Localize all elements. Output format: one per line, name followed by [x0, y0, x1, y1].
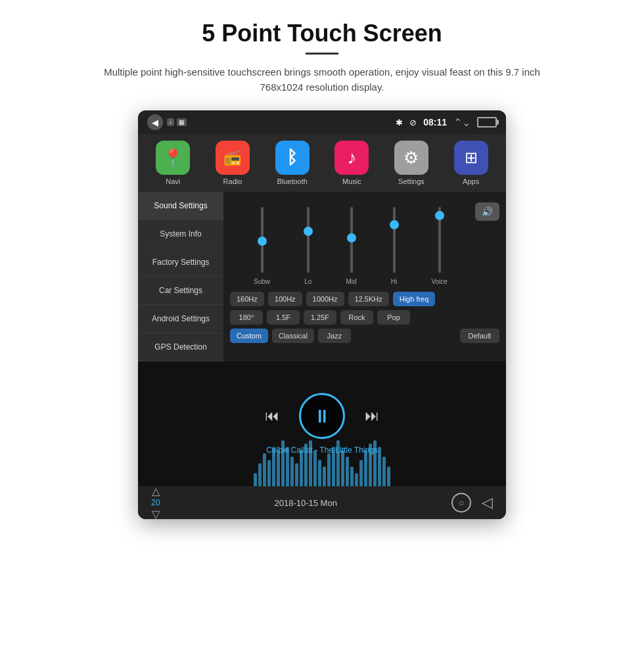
- visualizer-bar: [359, 460, 363, 486]
- sidebar-item-system-info[interactable]: System Info: [138, 220, 223, 248]
- app-launcher: 📍 Navi 📻 Radio ᛒ Bluetooth ♪ Music ⚙ Set…: [138, 134, 506, 192]
- sidebar-item-factory-settings[interactable]: Factory Settings: [138, 248, 223, 277]
- eq-slider-lo[interactable]: Lo: [304, 200, 311, 285]
- music-app-icon: ♪: [334, 141, 369, 175]
- nav-number: 20: [151, 498, 160, 507]
- visualizer-bar: [350, 467, 354, 486]
- music-label: Music: [342, 177, 361, 185]
- app-radio[interactable]: 📻 Radio: [216, 141, 250, 185]
- preset-btn-180[interactable]: 180°: [230, 310, 263, 325]
- bluetooth-icon: ᛒ: [275, 141, 310, 175]
- sidebar-item-car-settings[interactable]: Car Settings: [138, 277, 223, 305]
- sidebar-item-sound-settings[interactable]: Sound Settings: [138, 192, 223, 220]
- player-controls: ⏮ ⏸ ⏭: [265, 393, 379, 439]
- visualizer-bar: [387, 467, 390, 486]
- settings-label: Settings: [398, 177, 425, 185]
- nav-down-arrow[interactable]: ▽: [152, 508, 160, 519]
- preset-button-row2: Custom Classical Jazz Default: [230, 329, 499, 343]
- preset-btn-rock[interactable]: Rock: [340, 310, 373, 325]
- settings-app-icon: ⚙: [394, 141, 428, 175]
- page-subtitle: Multiple point high-sensitive touchscree…: [85, 65, 559, 95]
- visualizer-bar: [378, 447, 381, 486]
- bluetooth-status-icon: ✱: [396, 118, 403, 127]
- visualizer-bar: [277, 450, 280, 486]
- nav-up-arrow[interactable]: △: [152, 485, 160, 497]
- freq-btn-125khz[interactable]: 12.5KHz: [348, 292, 389, 306]
- main-content: Sound Settings System Info Factory Setti…: [138, 192, 506, 361]
- page-title: 5 Point Touch Screen: [202, 20, 442, 47]
- volume-button[interactable]: 🔊: [475, 202, 499, 221]
- preset-button-row1: 180° 1.5F 1.25F Rock Pop: [230, 310, 499, 325]
- freq-btn-160hz[interactable]: 160Hz: [230, 292, 264, 306]
- app-apps[interactable]: ⊞ Apps: [454, 141, 488, 185]
- bottom-nav: △ 20 ▽ 2018-10-15 Mon ○ ◁: [138, 486, 506, 519]
- status-icons: ♪ ▦: [167, 118, 187, 126]
- music-icon: ♪: [167, 118, 174, 126]
- status-left: ◀ ♪ ▦: [147, 114, 187, 130]
- freq-btn-1000hz[interactable]: 1000Hz: [306, 292, 344, 306]
- app-music[interactable]: ♪ Music: [334, 141, 369, 185]
- play-pause-button[interactable]: ⏸: [299, 393, 345, 439]
- preset-btn-jazz[interactable]: Jazz: [318, 329, 351, 343]
- signal-icon: ⊘: [409, 118, 417, 127]
- app-settings[interactable]: ⚙ Settings: [394, 141, 428, 185]
- eq-slider-mid[interactable]: Mid: [346, 200, 357, 285]
- back-button[interactable]: ◀: [147, 114, 163, 130]
- preset-btn-125f[interactable]: 1.25F: [304, 310, 336, 325]
- lo-label: Lo: [304, 278, 311, 285]
- radio-label: Radio: [223, 177, 242, 185]
- visualizer-bar: [346, 457, 349, 486]
- eq-slider-voice[interactable]: Voice: [431, 200, 447, 285]
- prev-button[interactable]: ⏮: [265, 407, 279, 424]
- expand-icon[interactable]: ⌃⌄: [453, 116, 471, 129]
- visualizer-bar: [263, 453, 266, 486]
- sidebar-item-gps-detection[interactable]: GPS Detection: [138, 333, 223, 361]
- status-time: 08:11: [423, 117, 447, 127]
- status-bar: ◀ ♪ ▦ ✱ ⊘ 08:11 ⌃⌄: [138, 110, 506, 134]
- song-title: Colbie Caillat - The Little Things: [266, 446, 378, 455]
- nav-right: ○ ◁: [451, 493, 493, 513]
- visualizer-bar: [323, 467, 326, 486]
- default-button[interactable]: Default: [460, 329, 499, 343]
- play-pause-icon: ⏸: [313, 405, 331, 427]
- navi-icon: 📍: [156, 141, 190, 175]
- title-divider: [306, 53, 338, 55]
- visualizer-bar: [382, 457, 386, 486]
- freq-btn-100hz[interactable]: 100Hz: [268, 292, 302, 306]
- preset-btn-custom[interactable]: Custom: [230, 329, 268, 343]
- visualizer-bar: [341, 450, 344, 486]
- home-circle-button[interactable]: ○: [451, 493, 471, 513]
- visualizer-bar: [313, 450, 317, 486]
- eq-slider-hi[interactable]: Hi: [391, 200, 397, 285]
- visualizer-bar: [318, 460, 321, 486]
- preset-btn-15f[interactable]: 1.5F: [267, 310, 300, 325]
- sidebar: Sound Settings System Info Factory Setti…: [138, 192, 223, 361]
- equalizer-panel: Subw Lo: [223, 192, 506, 361]
- app-bluetooth[interactable]: ᛒ Bluetooth: [275, 141, 310, 185]
- eq-slider-subw[interactable]: Subw: [254, 200, 270, 285]
- preset-btn-classical[interactable]: Classical: [272, 329, 314, 343]
- radio-icon: 📻: [216, 141, 250, 175]
- visualizer-bar: [290, 457, 294, 486]
- back-triangle-button[interactable]: ◁: [482, 494, 493, 511]
- freq-btn-highfreq[interactable]: High freq: [393, 292, 436, 306]
- sidebar-item-android-settings[interactable]: Android Settings: [138, 305, 223, 333]
- apps-icon: ⊞: [454, 141, 488, 175]
- visualizer-bar: [300, 450, 303, 486]
- hi-label: Hi: [391, 278, 397, 285]
- visualizer-bar: [267, 460, 271, 486]
- apps-label: Apps: [463, 177, 479, 185]
- preset-btn-pop[interactable]: Pop: [377, 310, 410, 325]
- visualizer-bar: [355, 473, 358, 486]
- visualizer-bar: [295, 463, 298, 486]
- notification-icon: ▦: [177, 118, 187, 126]
- next-button[interactable]: ⏭: [365, 407, 379, 424]
- nav-left: △ 20 ▽: [151, 485, 160, 519]
- battery-icon: [477, 117, 497, 127]
- app-navi[interactable]: 📍 Navi: [156, 141, 190, 185]
- voice-label: Voice: [431, 278, 447, 285]
- subw-label: Subw: [254, 278, 270, 285]
- freq-button-row: 160Hz 100Hz 1000Hz 12.5KHz High freq: [230, 292, 499, 306]
- bluetooth-label: Bluetooth: [277, 177, 307, 185]
- bottom-date: 2018-10-15 Mon: [274, 498, 336, 508]
